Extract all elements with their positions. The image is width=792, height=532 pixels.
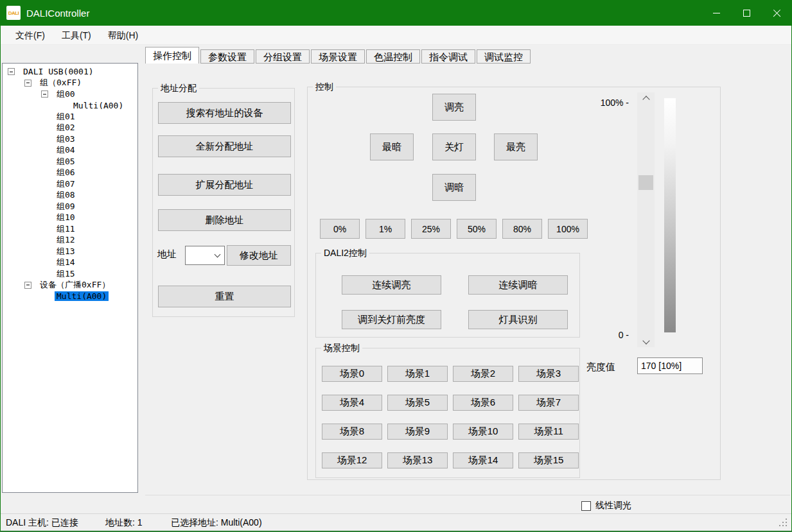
tree-item[interactable]: 组01 — [3, 111, 137, 123]
tree-item[interactable]: 设备（广播0xFF） — [3, 280, 137, 291]
tab[interactable]: 场景设置 — [311, 49, 365, 64]
light-off-button[interactable]: 关灯 — [432, 133, 476, 160]
tree-expander-icon[interactable] — [24, 282, 31, 289]
scene-button[interactable]: 场景10 — [453, 424, 513, 440]
tree-item[interactable]: 组12 — [3, 235, 137, 246]
status-bar: DALI 主机: 已连接 地址数: 1 已选择地址: Multi(A00) — [1, 513, 791, 531]
tree-item[interactable]: 组07 — [3, 178, 137, 190]
tree-item[interactable]: Multi(A00) — [3, 100, 137, 112]
tree-item[interactable]: 组13 — [3, 246, 137, 257]
tree-item[interactable]: 组06 — [3, 167, 137, 179]
menu-item[interactable]: 文件(F) — [7, 26, 53, 44]
scroll-up-button[interactable] — [637, 92, 655, 103]
percent-button[interactable]: 100% — [548, 219, 588, 239]
scene-button[interactable]: 场景0 — [322, 366, 382, 382]
brightness-scrollbar[interactable] — [637, 92, 655, 347]
scene-button[interactable]: 场景3 — [518, 366, 579, 382]
menu-item[interactable]: 工具(T) — [53, 26, 100, 44]
scene-button[interactable]: 场景5 — [387, 395, 448, 411]
tree-item-label: Multi(A00) — [55, 291, 109, 301]
min-brightness-button[interactable]: 最暗 — [370, 133, 414, 160]
scene-button[interactable]: 场景4 — [322, 395, 382, 411]
maximize-button[interactable] — [732, 0, 762, 26]
tab[interactable]: 分组设置 — [256, 49, 310, 64]
brightness-value-label: 亮度值 — [586, 361, 615, 373]
address-action-button[interactable]: 删除地址 — [158, 209, 291, 231]
scene-button[interactable]: 场景8 — [322, 424, 382, 440]
tab[interactable]: 操作控制 — [145, 47, 199, 64]
tree-item-label: 组04 — [55, 144, 77, 156]
tree-item-label: 组09 — [55, 201, 77, 212]
resize-grip[interactable] — [786, 525, 787, 526]
tree-expander-icon[interactable] — [41, 90, 48, 98]
slider-min-label: 0 - — [595, 330, 629, 340]
scroll-down-button[interactable] — [637, 336, 655, 347]
tree-item[interactable]: 组09 — [3, 201, 137, 212]
tree-item-label: 组（0xFF) — [38, 77, 84, 89]
dim-up-button[interactable]: 调亮 — [432, 94, 476, 121]
tree-item-label: 组14 — [55, 257, 77, 268]
scene-button-grid: 场景0场景1场景2场景3场景4场景5场景6场景7场景8场景9场景10场景11场景… — [322, 366, 579, 468]
window-border-left — [0, 26, 1, 532]
app-window: DALI DALIController 文件(F)工具(T)帮助(H) DALI… — [0, 0, 792, 532]
tab-strip: 操作控制参数设置分组设置场景设置色温控制指令调试调试监控 — [145, 47, 531, 64]
reset-button[interactable]: 重置 — [158, 286, 291, 307]
tree-item[interactable]: DALI USB(0001) — [3, 66, 137, 78]
scene-button[interactable]: 场景13 — [387, 452, 448, 468]
tree-item[interactable]: 组08 — [3, 190, 137, 202]
address-action-button[interactable]: 扩展分配地址 — [158, 174, 291, 196]
modify-address-button[interactable]: 修改地址 — [227, 245, 291, 266]
tree-item[interactable]: 组02 — [3, 123, 137, 134]
dali2-action-button[interactable]: 调到关灯前亮度 — [342, 310, 441, 329]
address-action-button[interactable]: 全新分配地址 — [158, 135, 291, 157]
dim-down-button[interactable]: 调暗 — [432, 174, 476, 201]
percent-button[interactable]: 25% — [411, 219, 451, 239]
tree-item[interactable]: 组05 — [3, 156, 137, 167]
close-button[interactable] — [762, 0, 792, 26]
tab[interactable]: 色温控制 — [366, 49, 420, 64]
tree-item[interactable]: 组14 — [3, 257, 137, 269]
scrollbar-thumb[interactable] — [638, 175, 653, 190]
percent-button[interactable]: 80% — [502, 219, 542, 239]
address-combobox[interactable] — [185, 246, 225, 265]
scene-button[interactable]: 场景1 — [387, 366, 448, 382]
address-action-button[interactable]: 搜索有地址的设备 — [158, 102, 291, 124]
menu-item[interactable]: 帮助(H) — [100, 26, 146, 44]
tree-expander-icon[interactable] — [24, 80, 31, 87]
percent-button[interactable]: 1% — [365, 219, 405, 239]
linear-dim-checkbox[interactable] — [581, 501, 591, 511]
scene-button[interactable]: 场景2 — [453, 366, 513, 382]
tree-item[interactable]: 组（0xFF) — [3, 78, 137, 89]
tree-item[interactable]: 组15 — [3, 268, 137, 280]
tree-item[interactable]: 组04 — [3, 145, 137, 157]
tree-item-label: DALI USB(0001) — [21, 67, 96, 76]
dali2-action-button[interactable]: 连续调暗 — [468, 275, 568, 295]
dali2-action-button[interactable]: 连续调亮 — [342, 275, 441, 295]
scene-button[interactable]: 场景14 — [453, 452, 513, 468]
tree-expander-icon[interactable] — [8, 68, 15, 75]
tab[interactable]: 指令调试 — [421, 49, 475, 64]
percent-button[interactable]: 50% — [457, 219, 497, 239]
max-brightness-button[interactable]: 最亮 — [494, 133, 538, 160]
minimize-button[interactable] — [701, 0, 732, 26]
scene-button[interactable]: 场景15 — [518, 452, 579, 468]
tab[interactable]: 调试监控 — [477, 49, 531, 64]
dali2-control-group: DALI2控制 连续调亮连续调暗调到关灯前亮度灯具识别 — [315, 253, 580, 338]
tab[interactable]: 参数设置 — [200, 49, 254, 64]
linear-dim-label: 线性调光 — [595, 500, 631, 511]
tab-page-border — [145, 495, 790, 495]
tree-item[interactable]: 组11 — [3, 223, 137, 235]
scene-button[interactable]: 场景9 — [387, 424, 448, 440]
scene-button[interactable]: 场景12 — [322, 452, 382, 468]
tree-item[interactable]: 组10 — [3, 212, 137, 224]
scene-button[interactable]: 场景7 — [518, 395, 579, 411]
percent-button[interactable]: 0% — [320, 219, 360, 239]
scene-button[interactable]: 场景6 — [453, 395, 513, 411]
status-host: DALI 主机: 已连接 — [6, 517, 78, 529]
dali2-action-button[interactable]: 灯具识别 — [468, 310, 568, 329]
tree-item[interactable]: 组03 — [3, 133, 137, 145]
brightness-value-field[interactable]: 170 [10%] — [637, 357, 703, 374]
tree-item[interactable]: Multi(A00) — [3, 291, 137, 302]
tree-item[interactable]: 组00 — [3, 89, 137, 100]
scene-button[interactable]: 场景11 — [518, 424, 579, 440]
